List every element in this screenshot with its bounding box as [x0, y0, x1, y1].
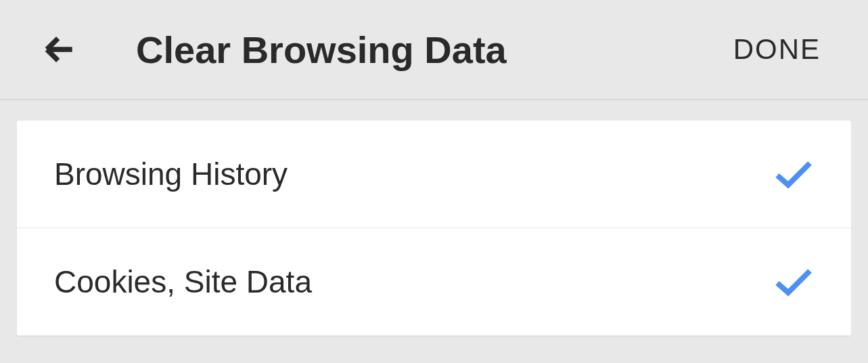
arrow-left-icon: [41, 30, 78, 68]
list-item-browsing-history[interactable]: Browsing History: [17, 121, 851, 228]
page-title: Clear Browsing Data: [136, 28, 733, 72]
list-item-label: Browsing History: [54, 156, 288, 192]
checkmark-icon: [773, 158, 814, 190]
done-button[interactable]: DONE: [733, 33, 821, 66]
settings-list: Browsing History Cookies, Site Data: [17, 121, 851, 336]
list-item-label: Cookies, Site Data: [54, 263, 312, 300]
header-bar: Clear Browsing Data DONE: [0, 0, 868, 100]
list-item-cookies-site-data[interactable]: Cookies, Site Data: [17, 228, 851, 336]
checkmark-icon: [773, 265, 814, 298]
back-button[interactable]: [41, 30, 78, 68]
